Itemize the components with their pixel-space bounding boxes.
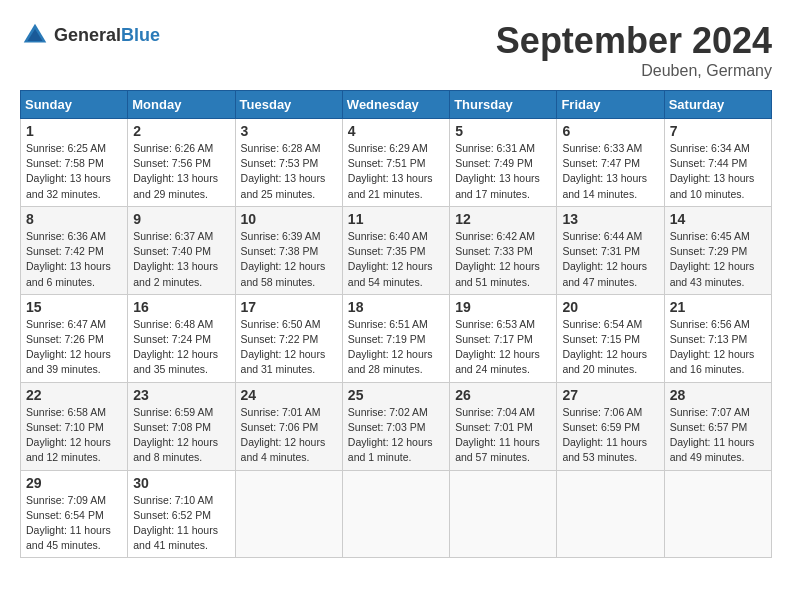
- logo-text: GeneralBlue: [54, 25, 160, 46]
- calendar-cell: 10Sunrise: 6:39 AMSunset: 7:38 PMDayligh…: [235, 206, 342, 294]
- sunset-text: Sunset: 7:24 PM: [133, 333, 211, 345]
- calendar-cell: 25Sunrise: 7:02 AMSunset: 7:03 PMDayligh…: [342, 382, 449, 470]
- sunset-text: Sunset: 7:53 PM: [241, 157, 319, 169]
- sunset-text: Sunset: 7:38 PM: [241, 245, 319, 257]
- day-info: Sunrise: 7:10 AMSunset: 6:52 PMDaylight:…: [133, 493, 229, 554]
- column-header-tuesday: Tuesday: [235, 91, 342, 119]
- calendar-cell: 14Sunrise: 6:45 AMSunset: 7:29 PMDayligh…: [664, 206, 771, 294]
- day-number: 26: [455, 387, 551, 403]
- day-number: 29: [26, 475, 122, 491]
- calendar-cell: 16Sunrise: 6:48 AMSunset: 7:24 PMDayligh…: [128, 294, 235, 382]
- day-number: 2: [133, 123, 229, 139]
- week-row-2: 8Sunrise: 6:36 AMSunset: 7:42 PMDaylight…: [21, 206, 772, 294]
- sunrise-text: Sunrise: 7:09 AM: [26, 494, 106, 506]
- logo: GeneralBlue: [20, 20, 160, 50]
- day-info: Sunrise: 7:02 AMSunset: 7:03 PMDaylight:…: [348, 405, 444, 466]
- day-number: 6: [562, 123, 658, 139]
- week-row-3: 15Sunrise: 6:47 AMSunset: 7:26 PMDayligh…: [21, 294, 772, 382]
- day-info: Sunrise: 6:28 AMSunset: 7:53 PMDaylight:…: [241, 141, 337, 202]
- day-info: Sunrise: 7:09 AMSunset: 6:54 PMDaylight:…: [26, 493, 122, 554]
- calendar-cell: 30Sunrise: 7:10 AMSunset: 6:52 PMDayligh…: [128, 470, 235, 558]
- calendar-cell: [342, 470, 449, 558]
- day-info: Sunrise: 6:50 AMSunset: 7:22 PMDaylight:…: [241, 317, 337, 378]
- daylight-text: Daylight: 12 hours and 31 minutes.: [241, 348, 326, 375]
- day-info: Sunrise: 7:04 AMSunset: 7:01 PMDaylight:…: [455, 405, 551, 466]
- calendar-cell: 9Sunrise: 6:37 AMSunset: 7:40 PMDaylight…: [128, 206, 235, 294]
- daylight-text: Daylight: 12 hours and 28 minutes.: [348, 348, 433, 375]
- column-header-friday: Friday: [557, 91, 664, 119]
- day-number: 30: [133, 475, 229, 491]
- location-title: Deuben, Germany: [496, 62, 772, 80]
- sunrise-text: Sunrise: 6:39 AM: [241, 230, 321, 242]
- day-number: 10: [241, 211, 337, 227]
- day-info: Sunrise: 6:36 AMSunset: 7:42 PMDaylight:…: [26, 229, 122, 290]
- day-info: Sunrise: 6:45 AMSunset: 7:29 PMDaylight:…: [670, 229, 766, 290]
- sunrise-text: Sunrise: 6:53 AM: [455, 318, 535, 330]
- daylight-text: Daylight: 12 hours and 47 minutes.: [562, 260, 647, 287]
- day-info: Sunrise: 6:48 AMSunset: 7:24 PMDaylight:…: [133, 317, 229, 378]
- calendar-cell: 2Sunrise: 6:26 AMSunset: 7:56 PMDaylight…: [128, 119, 235, 207]
- sunset-text: Sunset: 7:13 PM: [670, 333, 748, 345]
- sunset-text: Sunset: 6:59 PM: [562, 421, 640, 433]
- day-number: 7: [670, 123, 766, 139]
- daylight-text: Daylight: 12 hours and 35 minutes.: [133, 348, 218, 375]
- day-number: 11: [348, 211, 444, 227]
- sunset-text: Sunset: 7:44 PM: [670, 157, 748, 169]
- sunset-text: Sunset: 7:19 PM: [348, 333, 426, 345]
- sunrise-text: Sunrise: 6:47 AM: [26, 318, 106, 330]
- calendar-header-row: SundayMondayTuesdayWednesdayThursdayFrid…: [21, 91, 772, 119]
- day-info: Sunrise: 6:56 AMSunset: 7:13 PMDaylight:…: [670, 317, 766, 378]
- calendar-cell: 27Sunrise: 7:06 AMSunset: 6:59 PMDayligh…: [557, 382, 664, 470]
- calendar-cell: 22Sunrise: 6:58 AMSunset: 7:10 PMDayligh…: [21, 382, 128, 470]
- daylight-text: Daylight: 13 hours and 10 minutes.: [670, 172, 755, 199]
- day-info: Sunrise: 6:44 AMSunset: 7:31 PMDaylight:…: [562, 229, 658, 290]
- sunset-text: Sunset: 7:26 PM: [26, 333, 104, 345]
- day-number: 19: [455, 299, 551, 315]
- day-number: 3: [241, 123, 337, 139]
- day-number: 17: [241, 299, 337, 315]
- sunset-text: Sunset: 7:06 PM: [241, 421, 319, 433]
- sunset-text: Sunset: 7:51 PM: [348, 157, 426, 169]
- sunrise-text: Sunrise: 7:01 AM: [241, 406, 321, 418]
- sunset-text: Sunset: 7:58 PM: [26, 157, 104, 169]
- daylight-text: Daylight: 12 hours and 20 minutes.: [562, 348, 647, 375]
- calendar-cell: 15Sunrise: 6:47 AMSunset: 7:26 PMDayligh…: [21, 294, 128, 382]
- day-info: Sunrise: 6:37 AMSunset: 7:40 PMDaylight:…: [133, 229, 229, 290]
- daylight-text: Daylight: 13 hours and 25 minutes.: [241, 172, 326, 199]
- sunrise-text: Sunrise: 6:37 AM: [133, 230, 213, 242]
- sunrise-text: Sunrise: 6:51 AM: [348, 318, 428, 330]
- sunrise-text: Sunrise: 7:07 AM: [670, 406, 750, 418]
- sunrise-text: Sunrise: 6:59 AM: [133, 406, 213, 418]
- day-info: Sunrise: 7:07 AMSunset: 6:57 PMDaylight:…: [670, 405, 766, 466]
- calendar-cell: 18Sunrise: 6:51 AMSunset: 7:19 PMDayligh…: [342, 294, 449, 382]
- sunrise-text: Sunrise: 6:29 AM: [348, 142, 428, 154]
- sunset-text: Sunset: 6:57 PM: [670, 421, 748, 433]
- logo-general: General: [54, 25, 121, 45]
- calendar-cell: 4Sunrise: 6:29 AMSunset: 7:51 PMDaylight…: [342, 119, 449, 207]
- page-header: GeneralBlue September 2024 Deuben, Germa…: [20, 20, 772, 80]
- calendar-cell: 13Sunrise: 6:44 AMSunset: 7:31 PMDayligh…: [557, 206, 664, 294]
- day-info: Sunrise: 6:26 AMSunset: 7:56 PMDaylight:…: [133, 141, 229, 202]
- calendar-cell: 21Sunrise: 6:56 AMSunset: 7:13 PMDayligh…: [664, 294, 771, 382]
- sunset-text: Sunset: 7:56 PM: [133, 157, 211, 169]
- day-number: 4: [348, 123, 444, 139]
- sunset-text: Sunset: 7:33 PM: [455, 245, 533, 257]
- daylight-text: Daylight: 12 hours and 43 minutes.: [670, 260, 755, 287]
- calendar-cell: [557, 470, 664, 558]
- daylight-text: Daylight: 13 hours and 6 minutes.: [26, 260, 111, 287]
- sunset-text: Sunset: 7:08 PM: [133, 421, 211, 433]
- day-number: 23: [133, 387, 229, 403]
- calendar-table: SundayMondayTuesdayWednesdayThursdayFrid…: [20, 90, 772, 558]
- calendar-cell: 6Sunrise: 6:33 AMSunset: 7:47 PMDaylight…: [557, 119, 664, 207]
- sunrise-text: Sunrise: 6:48 AM: [133, 318, 213, 330]
- calendar-cell: 26Sunrise: 7:04 AMSunset: 7:01 PMDayligh…: [450, 382, 557, 470]
- daylight-text: Daylight: 12 hours and 1 minute.: [348, 436, 433, 463]
- calendar-cell: [450, 470, 557, 558]
- column-header-sunday: Sunday: [21, 91, 128, 119]
- sunrise-text: Sunrise: 6:56 AM: [670, 318, 750, 330]
- daylight-text: Daylight: 12 hours and 58 minutes.: [241, 260, 326, 287]
- day-number: 14: [670, 211, 766, 227]
- day-info: Sunrise: 6:29 AMSunset: 7:51 PMDaylight:…: [348, 141, 444, 202]
- day-number: 27: [562, 387, 658, 403]
- sunset-text: Sunset: 7:49 PM: [455, 157, 533, 169]
